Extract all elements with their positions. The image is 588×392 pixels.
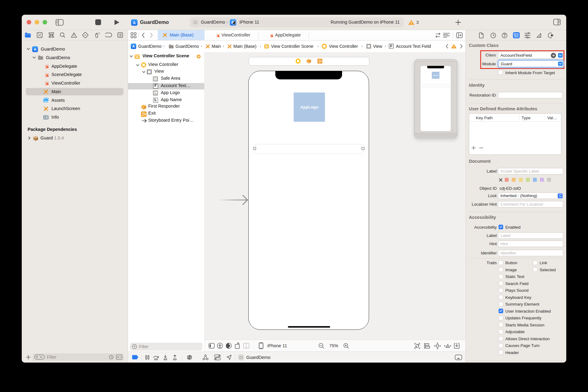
svg-text:1: 1 [144,107,145,109]
svg-text:A: A [132,44,135,48]
svg-text:A: A [133,21,136,25]
svg-text:1: 1 [309,61,310,63]
svg-text:0: 0 [308,61,309,63]
svg-text:0: 0 [143,107,144,109]
svg-text:A: A [34,47,36,51]
